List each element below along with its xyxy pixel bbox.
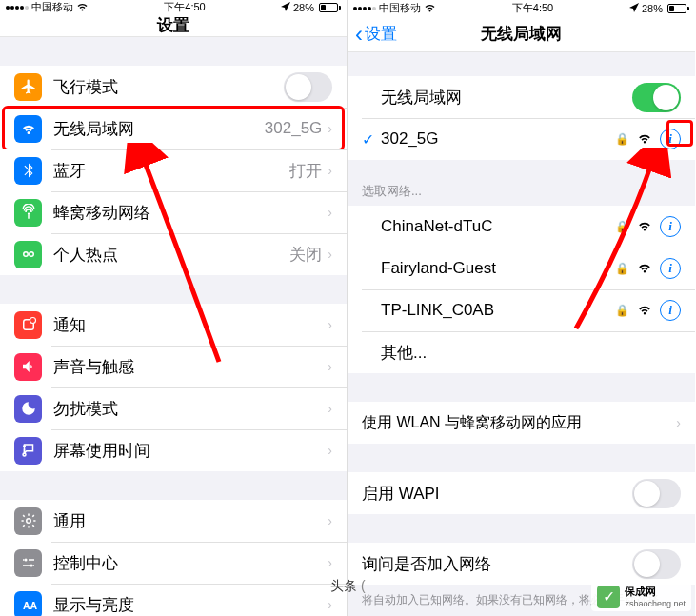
chevron-icon: › bbox=[328, 205, 332, 220]
wifi-toggle-row[interactable]: 无线局域网 bbox=[348, 76, 695, 118]
notifications-icon bbox=[14, 311, 42, 339]
general-row[interactable]: 通用 › bbox=[0, 500, 347, 542]
svg-rect-1 bbox=[28, 214, 30, 219]
wapi-row[interactable]: 启用 WAPI bbox=[348, 472, 695, 514]
dnd-row[interactable]: 勿扰模式 › bbox=[0, 387, 347, 429]
svg-point-5 bbox=[30, 318, 35, 324]
page-title: 无线局域网 bbox=[481, 23, 562, 45]
info-button[interactable]: i bbox=[660, 258, 681, 279]
header: ‹ 设置 无线局域网 bbox=[348, 16, 695, 52]
section-header: 选取网络... bbox=[348, 177, 695, 206]
ask-join-toggle[interactable] bbox=[632, 549, 681, 579]
chevron-icon: › bbox=[676, 415, 681, 430]
dnd-icon bbox=[14, 395, 42, 423]
cellular-row[interactable]: 蜂窝移动网络 › bbox=[0, 191, 347, 233]
wlan-cellular-row[interactable]: 使用 WLAN 与蜂窝移动网的应用 › bbox=[348, 402, 695, 444]
screentime-label: 屏幕使用时间 bbox=[53, 440, 328, 462]
header: 设置 bbox=[0, 14, 347, 37]
lock-icon: 🔒 bbox=[615, 132, 629, 146]
info-button[interactable]: i bbox=[660, 129, 681, 149]
time-label: 下午4:50 bbox=[164, 0, 205, 14]
svg-point-3 bbox=[29, 252, 33, 257]
airplane-label: 飞行模式 bbox=[53, 76, 284, 98]
sound-label: 声音与触感 bbox=[53, 356, 328, 378]
svg-point-6 bbox=[23, 445, 26, 447]
display-label: 显示与亮度 bbox=[53, 594, 328, 616]
hotspot-value: 关闭 bbox=[289, 244, 322, 266]
wifi-toggle[interactable] bbox=[632, 83, 681, 112]
hotspot-icon bbox=[14, 241, 42, 268]
network-name: Fairyland-Guest bbox=[381, 259, 615, 278]
ask-join-row[interactable]: 询问是否加入网络 bbox=[348, 543, 695, 585]
svg-point-9 bbox=[30, 565, 32, 567]
signal-icon bbox=[6, 6, 29, 10]
cellular-icon bbox=[14, 199, 42, 227]
time-label: 下午4:50 bbox=[512, 1, 553, 15]
watermark-name: 保成网 bbox=[625, 585, 686, 599]
wifi-signal-icon bbox=[637, 131, 652, 147]
bluetooth-row[interactable]: 蓝牙 打开 › bbox=[0, 149, 347, 191]
notifications-row[interactable]: 通知 › bbox=[0, 304, 347, 346]
other-label: 其他... bbox=[381, 342, 681, 364]
page-title: 设置 bbox=[157, 14, 189, 36]
airplane-mode-row[interactable]: 飞行模式 bbox=[0, 66, 347, 108]
chevron-icon: › bbox=[328, 443, 332, 458]
watermark-url: zsbaocheng.net bbox=[625, 599, 686, 608]
carrier-label: 中国移动 bbox=[31, 0, 73, 14]
control-center-row[interactable]: 控制中心 › bbox=[0, 542, 347, 584]
wapi-toggle[interactable] bbox=[632, 479, 681, 508]
info-button[interactable]: i bbox=[660, 300, 681, 321]
wlan-cellular-label: 使用 WLAN 与蜂窝移动网的应用 bbox=[362, 413, 676, 433]
control-center-icon bbox=[14, 549, 42, 577]
connected-network-row[interactable]: ✓ 302_5G 🔒 i bbox=[348, 118, 695, 160]
battery-icon bbox=[666, 4, 689, 13]
hotspot-label: 个人热点 bbox=[53, 244, 289, 266]
wifi-label: 无线局域网 bbox=[53, 118, 265, 140]
info-button[interactable]: i bbox=[660, 216, 681, 237]
cellular-label: 蜂窝移动网络 bbox=[53, 202, 328, 224]
wifi-screen: 中国移动 下午4:50 28% ‹ 设置 无线局域网 bbox=[348, 0, 695, 616]
settings-screen: 中国移动 下午4:50 28% 设置 飞行模式 bbox=[0, 0, 348, 616]
wifi-toggle-label: 无线局域网 bbox=[362, 87, 632, 109]
network-name: ChinaNet-dTuC bbox=[381, 217, 615, 236]
battery-label: 28% bbox=[293, 2, 314, 13]
battery-icon bbox=[317, 3, 341, 12]
chevron-icon: › bbox=[328, 513, 332, 528]
bluetooth-value: 打开 bbox=[289, 160, 322, 182]
other-network-row[interactable]: 其他... bbox=[348, 331, 695, 373]
display-row[interactable]: AA 显示与亮度 › bbox=[0, 584, 347, 616]
sound-row[interactable]: 声音与触感 › bbox=[0, 346, 347, 387]
wifi-status-icon bbox=[76, 2, 89, 13]
screentime-row[interactable]: 屏幕使用时间 › bbox=[0, 429, 347, 471]
chevron-icon: › bbox=[328, 597, 332, 612]
back-button[interactable]: ‹ 设置 bbox=[355, 21, 397, 48]
network-name: 302_5G bbox=[381, 129, 615, 149]
chevron-icon: › bbox=[328, 121, 332, 136]
control-center-label: 控制中心 bbox=[53, 552, 328, 574]
chevron-icon: › bbox=[328, 359, 332, 374]
carrier-label: 中国移动 bbox=[379, 1, 421, 15]
back-label: 设置 bbox=[365, 23, 397, 45]
wifi-signal-icon bbox=[637, 303, 652, 318]
display-icon: AA bbox=[14, 591, 42, 617]
svg-point-2 bbox=[23, 252, 28, 257]
status-bar: 中国移动 下午4:50 28% bbox=[348, 0, 695, 16]
location-icon bbox=[629, 3, 639, 14]
network-row[interactable]: TP-LINK_C0AB 🔒 i bbox=[348, 289, 695, 331]
airplane-icon bbox=[14, 73, 42, 101]
hotspot-row[interactable]: 个人热点 关闭 › bbox=[0, 233, 347, 275]
network-row[interactable]: ChinaNet-dTuC 🔒 i bbox=[348, 206, 695, 248]
svg-point-7 bbox=[26, 519, 30, 524]
bluetooth-icon bbox=[14, 157, 42, 185]
watermark: ✓ 保成网 zsbaocheng.net bbox=[591, 582, 691, 611]
lock-icon: 🔒 bbox=[615, 304, 629, 317]
wifi-row[interactable]: 无线局域网 302_5G › bbox=[0, 108, 347, 149]
airplane-toggle[interactable] bbox=[284, 72, 332, 102]
ask-join-label: 询问是否加入网络 bbox=[362, 553, 632, 575]
general-icon bbox=[14, 507, 42, 535]
svg-point-8 bbox=[24, 559, 27, 562]
battery-label: 28% bbox=[642, 3, 663, 14]
network-row[interactable]: Fairyland-Guest 🔒 i bbox=[348, 248, 695, 289]
wifi-icon bbox=[14, 115, 42, 143]
wapi-label: 启用 WAPI bbox=[362, 483, 632, 505]
